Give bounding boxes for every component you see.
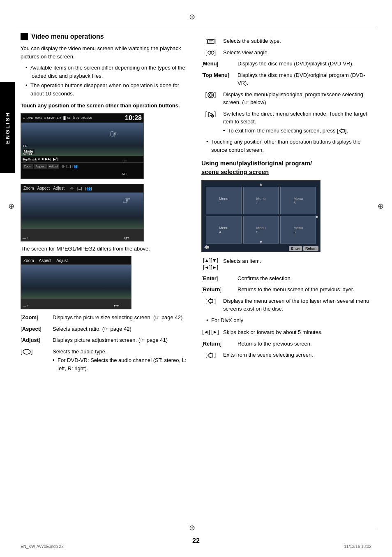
divx-desc-exit: Exits from the scene selecting screen.: [223, 351, 371, 359]
svg-point-0: [23, 349, 30, 354]
right-desc-menu: Displays the disc menu (DVD)/playlist (D…: [238, 60, 371, 68]
dvd-screen-3: Zoom Aspect Adjust ATT — +: [21, 256, 131, 309]
vol-minus-3: — +: [23, 304, 29, 308]
right-desc-subtitle: Selects the subtitle type.: [223, 37, 371, 45]
back-icon-cell: []: [201, 297, 220, 305]
divx-defs: [◄] [►] Skips back or forward by about 5…: [201, 328, 371, 359]
def-term-topmenu: [Top Menu]: [201, 71, 234, 79]
footer-right: 11/12/16 18:02: [344, 544, 371, 549]
sub-def-navkeys: [▲][▼][◄][►] Selects an item.: [201, 257, 371, 271]
def-row-adjust: [Adjust] Displays picture adjustment scr…: [21, 336, 189, 344]
zoom-bar-3: Zoom Aspect Adjust: [21, 256, 131, 265]
menu-item-1[interactable]: Menu1: [206, 187, 242, 214]
right-icon-table: [] Selects the subtitle type. [] Selects…: [201, 37, 371, 135]
main-content: Video menu operations You can display th…: [21, 33, 371, 524]
language-label: ENGLISH: [0, 82, 15, 173]
right-row-select: [] Displays the menu/playlist/original p…: [201, 91, 371, 107]
vol-minus: — +: [23, 236, 29, 240]
reg-mark-top: ⊕: [189, 12, 195, 21]
select-icon-cell: []: [201, 91, 220, 99]
tp-label: TP: [23, 144, 28, 148]
att-label-2: ATT: [122, 172, 127, 175]
subsection-defs: [▲][▼][◄][►] Selects an item. [Enter] Co…: [201, 257, 371, 313]
section-icon: [21, 33, 28, 40]
menu-back-arrow: [203, 244, 211, 251]
subtitle-icon-cell: []: [201, 37, 220, 45]
att-small-3: ATT: [113, 305, 119, 308]
menu-screen: ▲ ▶ Menu1 Menu2 Menu3 Menu4 Menu5 Menu6 …: [201, 180, 321, 252]
bullet-item: The operation buttons disappear when no …: [25, 81, 189, 97]
divx-desc-return: Returns to the previous screen.: [238, 340, 371, 348]
left-column: Video menu operations You can display th…: [21, 33, 197, 524]
sub-desc-navkeys: Selects an item.: [223, 257, 371, 265]
sub-def-enter: [Enter] Confirms the selection.: [201, 274, 371, 283]
dvd-controls-row2: Zoom Aspect Adjust ◎ [...] [👥]: [21, 163, 143, 170]
menu-item-4[interactable]: Menu4: [206, 216, 242, 244]
right-row-menu: [Menu] Displays the disc menu (DVD)/play…: [201, 60, 371, 68]
scene-bg-3: [21, 265, 131, 299]
menu-right-arrow: ▶: [316, 214, 319, 218]
page-container: ⊕ ⊕ ⊕ ⊕ ENGLISH Video menu operations Yo…: [0, 0, 392, 557]
def-desc-adjust: Displays picture adjustment screen. (☞ p…: [53, 336, 189, 344]
top-border: [16, 29, 376, 29]
def-row-zoom: [Zoom] Displays the picture size selecti…: [21, 313, 189, 322]
def-desc-audio: Selects the audio type. • For DVD-VR: Se…: [53, 348, 189, 373]
divx-term-return: [Return]: [201, 340, 234, 348]
menu-item-5[interactable]: Menu5: [243, 216, 279, 244]
enter-button[interactable]: Enter: [289, 246, 302, 251]
dvd-screen-2: Zoom Aspect Adjust ◎ [...] [👥] ☞ ATT — +: [21, 184, 144, 241]
sub-desc-back: Displays the menu screen of the top laye…: [223, 297, 371, 313]
right-desc-select: Displays the menu/playlist/original prog…: [223, 91, 371, 107]
bullet-item: Available items on the screen differ dep…: [25, 64, 189, 80]
right-desc-direct: Switches to the direct menu selection mo…: [223, 110, 371, 135]
section-title: Video menu operations: [31, 33, 104, 40]
intro-text: You can display the video menu screen wh…: [21, 44, 189, 60]
right-row-direct: [] Switches to the direct menu selection…: [201, 110, 371, 135]
def-term-menu: [Menu]: [201, 60, 234, 68]
def-row-aspect: [Aspect] Selects aspect ratio. (☞ page 4…: [21, 325, 189, 333]
menu-item-3[interactable]: Menu3: [280, 187, 316, 214]
scene-background: [21, 123, 143, 156]
divx-def-exit: [] Exits from the scene selecting screen…: [201, 351, 371, 359]
divx-desc-skip: Skips back or forward by about 5 minutes…: [223, 328, 371, 337]
att-small: ATT: [124, 237, 129, 240]
def-row-audio: [] Selects the audio type. • For DVD-VR:…: [21, 348, 189, 373]
section-header: Video menu operations: [21, 33, 189, 40]
sub-def-return: [Return] Returns to the menu screen of t…: [201, 285, 371, 294]
mpeg-note: The screen for MPEG1/MPEG2 differs from …: [21, 245, 189, 253]
divx-def-skip: [◄] [►] Skips back or forward by about 5…: [201, 328, 371, 337]
direct-icon-cell: []: [201, 110, 220, 118]
divx-skip-cell: [◄] [►]: [201, 328, 220, 336]
right-row-angle: [] Selects view angle.: [201, 49, 371, 57]
def-term-aspect: [Aspect]: [21, 325, 49, 333]
sub-desc-return: Returns to the menu screen of the previo…: [238, 285, 371, 294]
reg-mark-right: ⊕: [378, 202, 384, 211]
right-row-subtitle: [] Selects the subtitle type.: [201, 37, 371, 45]
divx-note: For DivX only: [201, 316, 371, 325]
nav-keys-cell: [▲][▼][◄][►]: [201, 257, 220, 271]
definitions-table: [Zoom] Displays the picture size selecti…: [21, 313, 189, 372]
page-number: 22: [192, 537, 200, 545]
right-desc-topmenu: Displays the disc menu (DVD)/original pr…: [238, 71, 371, 87]
def-term-adjust: [Adjust]: [21, 336, 49, 344]
dvd-screen-1: ⊙ DVD menu ⊞ CHAPTER ▐▌ 01 🖹 01 00:01:20…: [21, 113, 144, 179]
divx-def-return: [Return] Returns to the previous screen.: [201, 340, 371, 348]
def-desc-aspect: Selects aspect ratio. (☞ page 42): [53, 325, 189, 333]
right-row-topmenu: [Top Menu] Displays the disc menu (DVD)/…: [201, 71, 371, 87]
dvd-controls-row1: — + |◄◄ ■ ▶▶| ▶/||: [21, 156, 143, 163]
footer-left: EN_KW-AV70E.indb 22: [21, 544, 64, 549]
menu-item-2[interactable]: Menu2: [243, 187, 279, 214]
sub-term-enter: [Enter]: [201, 274, 234, 283]
svg-point-8: [210, 94, 212, 96]
def-term-zoom: [Zoom]: [21, 313, 49, 322]
reg-mark-left: ⊕: [8, 202, 14, 211]
menu-bottom-buttons: Enter Return: [289, 246, 318, 251]
sub-def-back: [] Displays the menu screen of the top l…: [201, 297, 371, 313]
menu-grid: Menu1 Menu2 Menu3 Menu4 Menu5 Menu6: [206, 187, 316, 244]
menu-item-6[interactable]: Menu6: [280, 216, 316, 244]
divx-bullet: For DivX only: [206, 316, 371, 325]
sub-term-return: [Return]: [201, 285, 234, 294]
return-button[interactable]: Return: [303, 246, 318, 251]
right-desc-angle: Selects view angle.: [223, 49, 371, 57]
svg-rect-1: [208, 39, 214, 44]
